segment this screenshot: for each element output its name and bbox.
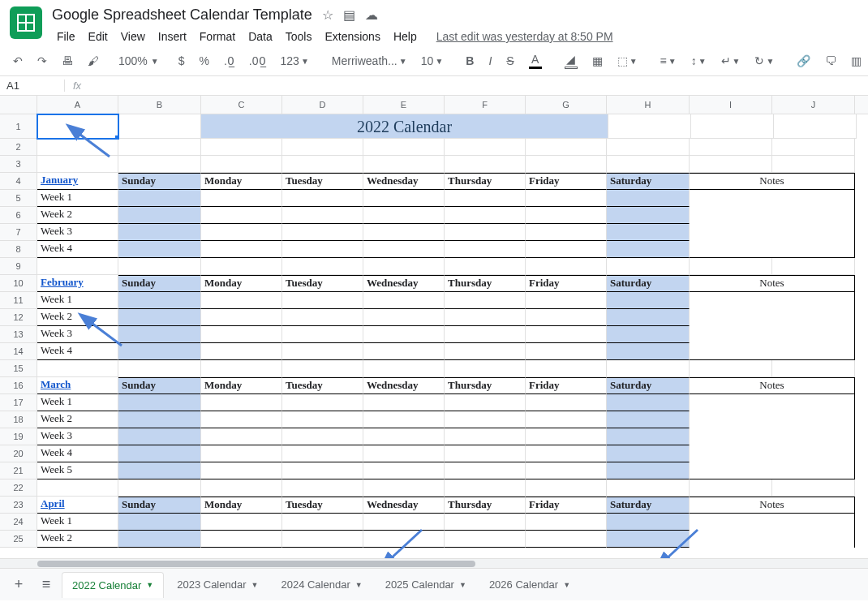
cell[interactable] [201, 445, 282, 462]
formula-input[interactable] [89, 76, 868, 95]
cell[interactable] [118, 343, 201, 360]
cell[interactable] [118, 326, 201, 343]
day-header[interactable]: Tuesday [282, 497, 363, 514]
cell[interactable] [282, 139, 363, 156]
notes-header[interactable]: Notes [690, 377, 855, 394]
cell[interactable] [690, 156, 772, 173]
cell[interactable] [445, 462, 526, 479]
cell[interactable] [607, 411, 690, 428]
day-header[interactable]: Monday [201, 497, 282, 514]
menu-extensions[interactable]: Extensions [320, 27, 385, 46]
day-header[interactable]: Saturday [607, 173, 690, 190]
cell[interactable] [445, 326, 526, 343]
cell[interactable] [201, 394, 282, 411]
row-header[interactable]: 7 [0, 224, 37, 241]
row-header[interactable]: 14 [0, 343, 37, 360]
sheet-tab[interactable]: 2026 Calendar▼ [479, 572, 580, 597]
cell[interactable] [607, 343, 690, 360]
month-february[interactable]: February [37, 275, 118, 292]
cell[interactable] [363, 326, 445, 343]
cell[interactable] [118, 462, 201, 479]
notes-header[interactable]: Notes [690, 173, 855, 190]
month-march[interactable]: March [37, 377, 118, 394]
col-header[interactable]: E [363, 96, 445, 114]
cell[interactable] [118, 445, 201, 462]
cell[interactable] [363, 258, 445, 275]
cell[interactable] [282, 156, 363, 173]
day-header[interactable]: Thursday [445, 377, 526, 394]
wrap-button[interactable]: ↵▼ [718, 53, 744, 69]
day-header[interactable]: Sunday [118, 497, 201, 514]
col-header[interactable]: H [607, 96, 690, 114]
cell[interactable] [363, 445, 445, 462]
row-header[interactable]: 12 [0, 309, 37, 326]
cell[interactable] [282, 428, 363, 445]
day-header[interactable]: Thursday [445, 497, 526, 514]
cell[interactable] [690, 360, 772, 377]
star-icon[interactable]: ☆ [322, 7, 333, 23]
week-label[interactable]: Week 4 [37, 343, 118, 360]
cell[interactable] [445, 445, 526, 462]
cell[interactable] [282, 224, 363, 241]
week-label[interactable]: Week 4 [37, 241, 118, 258]
cell[interactable] [37, 139, 118, 156]
increase-decimal-button[interactable]: .00̲ [246, 53, 269, 69]
rotate-button[interactable]: ↻▼ [751, 53, 777, 69]
row-header[interactable]: 20 [0, 445, 37, 462]
decrease-decimal-button[interactable]: .0̲ [221, 53, 238, 69]
sheet-tab-active[interactable]: 2022 Calendar▼ [62, 572, 164, 598]
cell[interactable] [201, 343, 282, 360]
cell[interactable] [607, 207, 690, 224]
row-header[interactable]: 8 [0, 241, 37, 258]
cell[interactable] [282, 479, 363, 497]
cell[interactable] [363, 428, 445, 445]
cell[interactable] [363, 479, 445, 497]
cell[interactable] [282, 462, 363, 479]
percent-button[interactable]: % [196, 53, 213, 69]
cell[interactable] [772, 479, 855, 497]
cell[interactable] [363, 531, 445, 548]
cell[interactable] [118, 241, 201, 258]
link-button[interactable]: 🔗 [793, 53, 814, 69]
cell[interactable] [282, 207, 363, 224]
cell[interactable] [772, 360, 855, 377]
week-label[interactable]: Week 2 [37, 531, 118, 548]
cell[interactable] [526, 445, 607, 462]
cell[interactable] [607, 394, 690, 411]
cell[interactable] [282, 241, 363, 258]
cell[interactable] [772, 258, 855, 275]
day-header[interactable]: Monday [201, 377, 282, 394]
text-color-button[interactable]: A [526, 51, 545, 71]
day-header[interactable]: Tuesday [282, 377, 363, 394]
cell-A1[interactable] [37, 114, 118, 139]
cell[interactable] [282, 514, 363, 531]
day-header[interactable]: Tuesday [282, 173, 363, 190]
cell[interactable] [363, 292, 445, 309]
cell[interactable] [118, 139, 201, 156]
cell[interactable] [282, 531, 363, 548]
cell[interactable] [526, 411, 607, 428]
document-title[interactable]: Google Spreadsheet Calendar Template [52, 6, 312, 24]
cell[interactable] [445, 394, 526, 411]
week-label[interactable]: Week 5 [37, 462, 118, 479]
cell[interactable] [526, 258, 607, 275]
day-header[interactable]: Wednesday [363, 173, 445, 190]
notes-cell[interactable] [690, 514, 855, 531]
cell[interactable] [526, 156, 607, 173]
cell[interactable] [690, 139, 772, 156]
bold-button[interactable]: B [462, 53, 477, 69]
cell[interactable] [607, 445, 690, 462]
col-header[interactable]: F [445, 96, 526, 114]
cell[interactable] [118, 479, 201, 497]
cell[interactable] [772, 156, 855, 173]
last-edit-link[interactable]: Last edit was yesterday at 8:50 PM [432, 27, 618, 46]
more-formats-button[interactable]: 123▼ [277, 53, 312, 69]
cell[interactable] [201, 360, 282, 377]
cell[interactable] [607, 462, 690, 479]
calendar-title[interactable]: 2022 Calendar [201, 114, 608, 139]
day-header[interactable]: Thursday [445, 275, 526, 292]
menu-edit[interactable]: Edit [84, 27, 113, 46]
day-header[interactable]: Friday [526, 173, 607, 190]
col-header[interactable]: I [690, 96, 772, 114]
row-header[interactable]: 24 [0, 514, 37, 531]
